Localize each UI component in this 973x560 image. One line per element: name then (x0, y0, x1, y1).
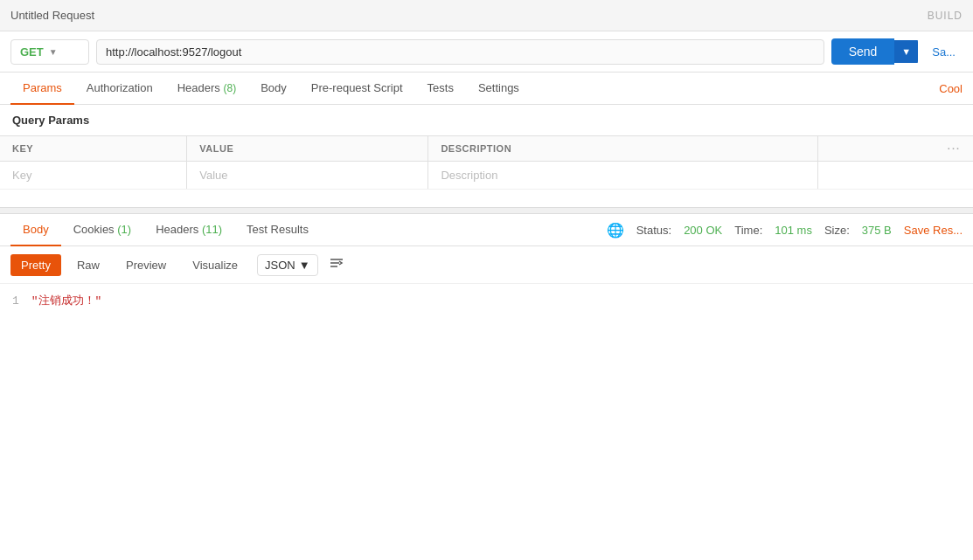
time-value: 101 ms (775, 224, 812, 237)
tab-headers[interactable]: Headers (8) (165, 73, 248, 105)
line-number: 1 (12, 294, 19, 308)
url-input[interactable] (96, 39, 824, 65)
key-column-header: KEY (0, 136, 187, 162)
tab-settings[interactable]: Settings (466, 73, 532, 105)
tab-body[interactable]: Body (248, 73, 299, 105)
value-cell[interactable]: Value (187, 162, 428, 190)
response-tab-test-results[interactable]: Test Results (234, 214, 321, 246)
format-raw-button[interactable]: Raw (66, 254, 110, 276)
save-button[interactable]: Sa... (925, 39, 963, 65)
send-button[interactable]: Send (831, 38, 895, 65)
actions-cell (818, 162, 973, 190)
actions-column-header: ··· (818, 136, 973, 162)
format-pretty-button[interactable]: Pretty (10, 254, 61, 276)
description-cell[interactable]: Description (428, 162, 818, 190)
size-value: 375 B (862, 224, 892, 237)
chevron-down-icon: ▼ (299, 259, 310, 272)
format-visualize-button[interactable]: Visualize (182, 254, 248, 276)
response-body: 1"注销成功！" (0, 284, 973, 336)
key-cell[interactable]: Key (0, 162, 187, 190)
status-value: 200 OK (684, 224, 722, 237)
url-bar: GET ▼ Send ▼ Sa... (0, 31, 973, 73)
send-button-group: Send ▼ (831, 38, 919, 65)
response-tab-body[interactable]: Body (10, 214, 61, 246)
request-tabs-row: Params Authorization Headers (8) Body Pr… (0, 73, 973, 105)
wrap-icon[interactable] (323, 252, 350, 278)
value-column-header: VALUE (187, 136, 428, 162)
chevron-down-icon: ▼ (49, 47, 58, 57)
tab-pre-request-script[interactable]: Pre-request Script (299, 73, 415, 105)
tab-tests[interactable]: Tests (415, 73, 466, 105)
response-tabs-row: Body Cookies (1) Headers (11) Test Resul… (0, 214, 973, 246)
time-label: Time: (734, 224, 762, 237)
size-label: Size: (824, 224, 850, 237)
section-divider (0, 207, 973, 214)
request-title: Untitled Request (10, 9, 94, 22)
globe-icon: 🌐 (607, 222, 624, 239)
cool-label: Cool (939, 73, 963, 104)
tab-params[interactable]: Params (10, 73, 74, 105)
query-params-label: Query Params (0, 105, 973, 135)
status-label: Status: (636, 224, 671, 237)
format-preview-button[interactable]: Preview (115, 254, 177, 276)
send-dropdown-button[interactable]: ▼ (894, 40, 918, 63)
response-meta: 🌐 Status: 200 OK Time: 101 ms Size: 375 … (607, 222, 963, 239)
build-label: BUILD (928, 10, 963, 22)
response-content: "注销成功！" (31, 294, 102, 308)
tab-authorization[interactable]: Authorization (74, 73, 165, 105)
params-table: KEY VALUE DESCRIPTION ··· Key Value Desc… (0, 135, 973, 190)
response-tab-headers[interactable]: Headers (11) (143, 214, 234, 246)
format-bar: Pretty Raw Preview Visualize JSON ▼ (0, 246, 973, 284)
table-row: Key Value Description (0, 162, 973, 190)
method-select[interactable]: GET ▼ (10, 39, 89, 65)
save-response-button[interactable]: Save Res... (904, 224, 963, 237)
top-bar: Untitled Request BUILD (0, 0, 973, 31)
response-tab-cookies[interactable]: Cookies (1) (61, 214, 144, 246)
format-json-select[interactable]: JSON ▼ (257, 254, 318, 276)
description-column-header: DESCRIPTION (428, 136, 818, 162)
method-value: GET (20, 45, 44, 59)
